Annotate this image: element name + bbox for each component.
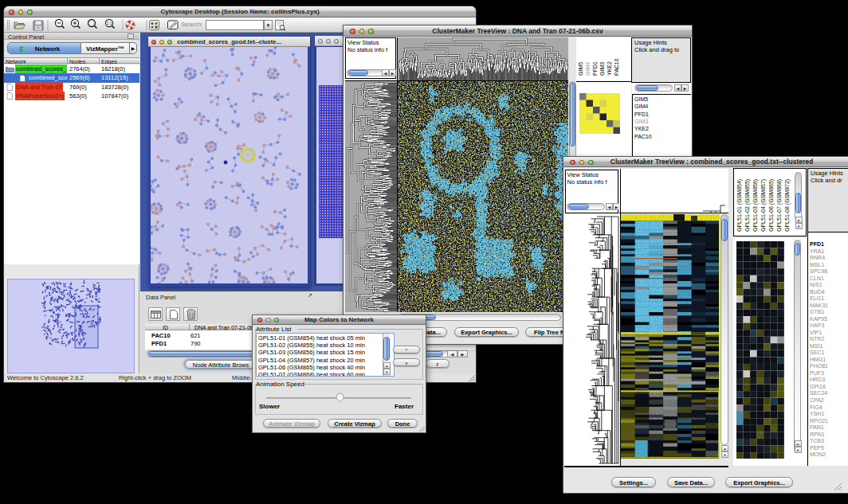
svg-text:1:1: 1:1 <box>107 21 112 25</box>
